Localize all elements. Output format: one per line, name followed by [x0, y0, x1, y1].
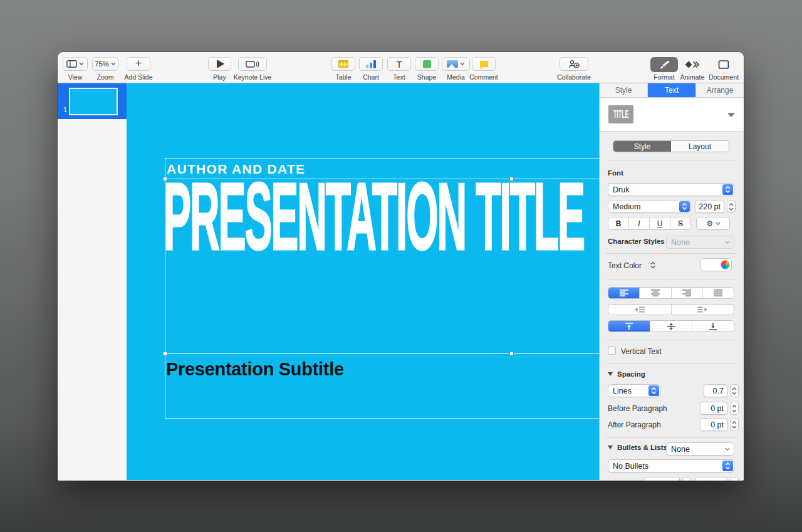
divider — [606, 160, 737, 160]
font-family-popup[interactable]: Druk — [608, 183, 734, 196]
format-brush-icon — [658, 60, 670, 69]
media-label: Media — [447, 73, 465, 81]
spacing-mode-value: Lines — [608, 387, 648, 395]
chart-label: Chart — [363, 73, 379, 81]
align-bottom-icon — [709, 323, 717, 330]
font-weight-value: Medium — [608, 202, 679, 211]
selection-outline-title-bottom — [165, 353, 599, 354]
spacing-label: Spacing — [617, 370, 645, 378]
align-right-button[interactable] — [672, 288, 703, 298]
vertical-text-checkbox[interactable] — [608, 347, 616, 355]
text-button[interactable]: T Text — [387, 57, 411, 71]
italic-button[interactable]: I — [629, 217, 650, 229]
presentation-title-textbox[interactable]: PRESENTATION TITLE — [164, 169, 584, 264]
format-button[interactable]: Format — [650, 57, 678, 72]
align-middle-button[interactable] — [650, 321, 692, 331]
align-bottom-button[interactable] — [692, 321, 734, 331]
shape-button[interactable]: Shape — [415, 57, 439, 71]
collaborate-label: Collaborate — [557, 73, 591, 81]
zoom-button[interactable]: 75% Zoom — [92, 57, 118, 71]
chart-icon — [366, 60, 376, 68]
before-paragraph-field[interactable]: 0 pt — [700, 402, 727, 415]
bullet-style-value: No Bullets — [608, 462, 722, 471]
comment-button[interactable]: Comment — [472, 57, 496, 71]
animate-icon — [685, 60, 699, 69]
selection-handle-bottom-left[interactable] — [163, 352, 167, 356]
before-paragraph-stepper[interactable] — [730, 402, 739, 415]
align-left-button[interactable] — [608, 288, 640, 298]
chevron-down-icon — [460, 62, 465, 66]
font-weight-popup[interactable]: Medium — [608, 200, 691, 213]
decrease-indent-button[interactable] — [608, 305, 672, 315]
chevron-down-icon — [716, 222, 721, 226]
after-paragraph-stepper[interactable] — [730, 418, 739, 431]
keynote-live-button[interactable]: Keynote Live — [238, 57, 267, 71]
main-content: 1 AUTHOR AND DATE PRESENTATION TITLE Pre… — [58, 83, 744, 480]
strikethrough-button[interactable]: S — [670, 217, 690, 229]
media-button[interactable]: Media — [442, 57, 470, 71]
slide-thumbnail[interactable] — [69, 88, 118, 115]
bullet-style-popup[interactable]: No Bullets — [608, 459, 734, 472]
segment-style[interactable]: Style — [613, 141, 671, 152]
font-size-stepper[interactable] — [727, 200, 736, 213]
zoom-value: 75% — [95, 60, 109, 68]
slide-canvas[interactable]: AUTHOR AND DATE PRESENTATION TITLE Prese… — [127, 83, 599, 480]
bullet-option-stepper[interactable] — [682, 477, 691, 481]
tab-style[interactable]: Style — [600, 83, 648, 97]
align-top-button[interactable] — [608, 321, 650, 331]
text-color-well[interactable] — [700, 258, 732, 271]
text-color-popup-icon[interactable] — [650, 261, 655, 269]
spacing-mode-popup[interactable]: Lines — [608, 384, 660, 397]
play-label: Play — [213, 73, 226, 81]
bullet-option-stepper-2[interactable] — [730, 477, 739, 481]
align-justify-button[interactable] — [703, 288, 734, 298]
increase-indent-button[interactable] — [672, 305, 734, 315]
view-icon — [66, 60, 77, 68]
vertical-text-label: Vertical Text — [621, 347, 661, 356]
popup-stepper-icon — [722, 461, 733, 471]
tab-text[interactable]: Text — [648, 83, 696, 97]
after-paragraph-field[interactable]: 0 pt — [700, 418, 727, 431]
underline-button[interactable]: U — [650, 217, 670, 229]
chart-button[interactable]: Chart — [359, 57, 383, 71]
bullets-lists-popup[interactable]: None — [666, 442, 734, 456]
bullet-option-field-2[interactable] — [695, 477, 727, 481]
line-spacing-field[interactable]: 0.7 — [704, 384, 727, 397]
advanced-options-button[interactable]: ⚙ — [696, 217, 730, 230]
selection-outline-bottom — [165, 418, 599, 419]
view-button[interactable]: View — [63, 57, 88, 71]
play-button[interactable]: Play — [208, 57, 231, 71]
collaborate-button[interactable]: Collaborate — [560, 57, 588, 71]
segment-layout[interactable]: Layout — [671, 141, 729, 152]
bullets-disclosure-icon[interactable] — [608, 446, 613, 449]
add-slide-button[interactable]: + Add Slide — [127, 57, 150, 71]
tab-arrange[interactable]: Arrange — [696, 83, 744, 97]
collaborate-icon — [568, 60, 580, 68]
document-button[interactable]: Document — [709, 57, 738, 72]
bold-button[interactable]: B — [608, 217, 629, 229]
color-wheel-icon[interactable] — [721, 260, 730, 269]
character-styles-popup[interactable]: None — [666, 236, 734, 249]
keynote-live-icon — [246, 60, 259, 68]
align-center-button[interactable] — [640, 288, 671, 298]
bullet-option-field[interactable] — [643, 477, 680, 481]
indent-icon — [697, 306, 707, 313]
paragraph-style-picker[interactable]: TITLE — [600, 98, 744, 132]
table-button[interactable]: Table — [331, 57, 355, 71]
popup-stepper-icon — [722, 184, 733, 195]
animate-button[interactable]: Animate — [679, 57, 706, 72]
bullets-lists-label: Bullets & Lists — [617, 444, 667, 451]
plus-icon: + — [135, 58, 142, 69]
slide-navigator-selected-row[interactable]: 1 — [58, 83, 127, 119]
paragraph-style-caret-icon[interactable] — [727, 113, 735, 117]
selection-outline-top — [165, 158, 599, 159]
view-label: View — [68, 73, 83, 81]
document-icon — [718, 60, 729, 69]
spacing-disclosure-icon[interactable] — [608, 372, 613, 376]
outdent-icon — [635, 306, 645, 313]
selection-handle-bottom-right[interactable] — [509, 352, 514, 356]
font-size-field[interactable]: 220 pt — [695, 200, 724, 213]
chevron-down-icon — [79, 62, 84, 66]
line-spacing-stepper[interactable] — [730, 384, 739, 397]
presentation-subtitle-textbox[interactable]: Presentation Subtitle — [166, 359, 344, 380]
